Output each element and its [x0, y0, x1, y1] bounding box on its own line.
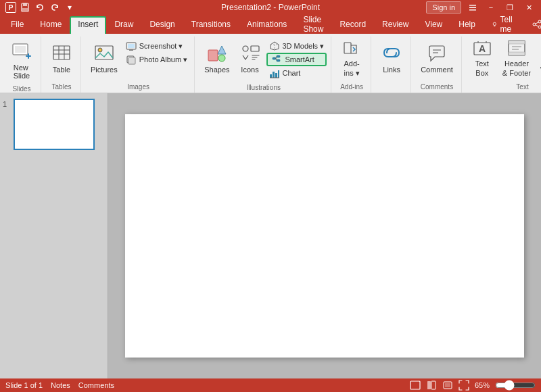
svg-rect-36	[277, 55, 280, 57]
view-normal-icon[interactable]	[410, 380, 421, 391]
slide-thumbnail-1[interactable]	[14, 99, 95, 150]
undo-qat-button[interactable]	[34, 1, 46, 14]
addins-button[interactable]: Add-ins ▾	[337, 38, 367, 78]
tab-slideshow[interactable]: Slide Show	[295, 16, 331, 34]
ribbon-group-addins-label: Add-ins	[337, 82, 367, 93]
chart-button[interactable]: Chart	[266, 66, 327, 80]
photo-album-button[interactable]: Photo Album ▾	[123, 53, 190, 66]
tab-review[interactable]: Review	[374, 16, 417, 34]
links-button[interactable]: Links	[377, 38, 406, 78]
tab-help[interactable]: Help	[450, 16, 484, 34]
fullscreen-icon[interactable]	[458, 380, 469, 391]
wordart-button[interactable]: A WordArt ▾	[536, 38, 541, 78]
ribbon-tabs: File Home Insert Draw Design Transitions…	[0, 15, 541, 34]
svg-point-11	[533, 23, 536, 26]
tab-tell-me[interactable]: Tell me	[484, 16, 524, 34]
ribbon-group-text-content: A TextBox Header& F	[467, 38, 541, 82]
comment-button[interactable]: Comment	[417, 38, 457, 78]
title-bar-right: Sign in − ❒ ✕	[426, 0, 536, 15]
icons-button[interactable]: Icons	[235, 38, 265, 78]
ribbon-group-comments-label: Comments	[417, 82, 457, 93]
new-slide-label: NewSlide	[14, 64, 30, 80]
close-button[interactable]: ✕	[522, 0, 536, 15]
title-bar-left: P ▾	[5, 1, 76, 14]
customize-qat-button[interactable]: ▾	[64, 1, 76, 14]
view-slide-icon[interactable]	[426, 380, 437, 391]
ribbon-group-slides: NewSlide Slides	[3, 36, 41, 93]
links-icon	[381, 42, 402, 64]
notes-button[interactable]: Notes	[51, 381, 70, 389]
photo-album-label: Photo Album ▾	[139, 55, 187, 64]
slide-thumb-container-1: 1	[3, 99, 105, 150]
tab-draw[interactable]: Draw	[106, 16, 141, 34]
redo-qat-button[interactable]	[49, 1, 61, 14]
svg-rect-51	[509, 41, 525, 44]
restore-button[interactable]: ❒	[503, 0, 517, 15]
tab-home[interactable]: Home	[32, 16, 70, 34]
header-footer-label: Header& Footer	[502, 59, 531, 77]
slide-panel: 1	[0, 93, 108, 378]
svg-rect-41	[278, 70, 279, 78]
ribbon-group-images: Pictures Screenshot ▾	[83, 36, 195, 93]
tab-design[interactable]: Design	[141, 16, 183, 34]
ribbon-group-illustrations-label: Illustrations	[200, 82, 327, 93]
tab-view[interactable]: View	[417, 16, 450, 34]
table-button[interactable]: Table	[47, 38, 76, 78]
text-box-button[interactable]: A TextBox	[467, 38, 497, 78]
ribbon-group-illustrations: Shapes Icons	[196, 36, 331, 93]
tab-animations[interactable]: Animations	[239, 16, 295, 34]
svg-rect-4	[22, 8, 28, 11]
shapes-icon	[206, 42, 228, 64]
header-footer-button[interactable]: Header& Footer	[498, 38, 535, 78]
3d-models-button[interactable]: 3D Models ▾	[266, 39, 327, 53]
tab-insert[interactable]: Insert	[70, 16, 106, 34]
comments-button[interactable]: Comments	[78, 381, 114, 389]
window-title: Presentation2 - PowerPoint	[221, 3, 320, 12]
shapes-button[interactable]: Shapes	[200, 38, 233, 78]
save-qat-button[interactable]	[19, 1, 31, 14]
svg-rect-5	[469, 5, 476, 6]
svg-rect-64	[431, 381, 436, 389]
zoom-slider[interactable]	[495, 381, 536, 389]
tab-share[interactable]: Share	[524, 16, 541, 34]
ribbon-display-button[interactable]	[467, 1, 479, 14]
new-slide-icon	[11, 41, 32, 62]
svg-rect-43	[344, 43, 351, 53]
svg-rect-29	[128, 57, 135, 64]
tab-file[interactable]: File	[3, 16, 32, 34]
svg-line-12	[536, 22, 538, 24]
ribbon-group-slides-content: NewSlide	[7, 38, 37, 84]
ribbon-group-illustrations-content: Shapes Icons	[200, 38, 327, 82]
svg-rect-62	[410, 381, 420, 389]
tab-record[interactable]: Record	[331, 16, 374, 34]
view-reading-icon[interactable]	[442, 380, 453, 391]
screenshot-button[interactable]: Screenshot ▾	[123, 39, 190, 53]
pictures-button[interactable]: Pictures	[87, 38, 122, 78]
screenshot-icon	[126, 41, 137, 51]
chart-label: Chart	[283, 69, 301, 77]
new-slide-button[interactable]: NewSlide	[7, 38, 37, 81]
slide-info: Slide 1 of 1	[5, 381, 43, 389]
table-icon	[51, 42, 72, 64]
smartart-icon	[272, 54, 283, 65]
addins-icon	[341, 39, 362, 57]
main-area: 1	[0, 93, 541, 378]
minimize-button[interactable]: −	[484, 0, 498, 15]
svg-text:A: A	[479, 43, 486, 54]
ribbon-group-text-label: Text	[467, 82, 541, 93]
svg-rect-6	[469, 7, 476, 9]
svg-point-10	[538, 26, 541, 28]
lightbulb-icon	[492, 20, 498, 29]
svg-rect-37	[277, 59, 280, 62]
svg-rect-30	[208, 50, 218, 61]
chart-icon	[269, 68, 280, 78]
ribbon-group-tables-label: Tables	[47, 82, 76, 93]
tab-transitions[interactable]: Transitions	[183, 16, 239, 34]
images-stack: Screenshot ▾ Photo Album ▾	[123, 38, 190, 66]
slide-canvas[interactable]	[125, 114, 524, 358]
svg-line-13	[536, 25, 538, 26]
smartart-button[interactable]: SmartArt	[266, 53, 327, 66]
svg-marker-31	[218, 46, 226, 54]
sign-in-button[interactable]: Sign in	[426, 1, 461, 14]
icons-icon	[239, 42, 261, 64]
